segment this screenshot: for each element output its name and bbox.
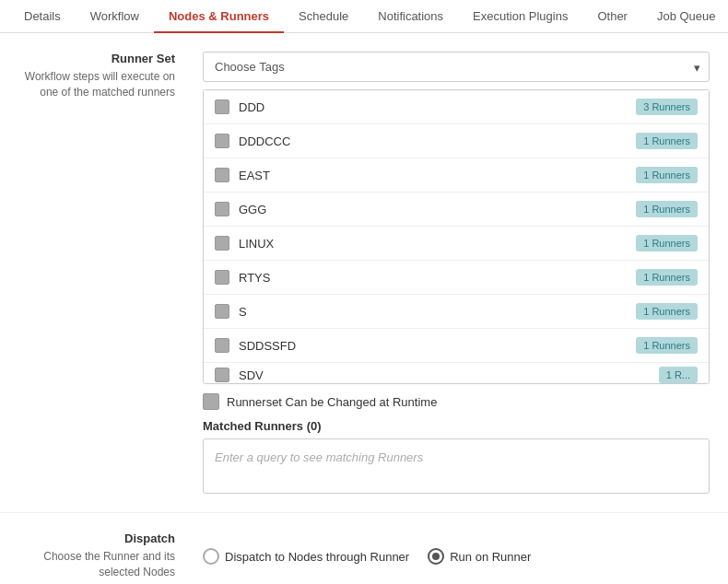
tab-job-queue[interactable]: Job Queue bbox=[642, 0, 728, 32]
runner-checkbox[interactable] bbox=[215, 168, 229, 182]
runner-count-badge: 1 Runners bbox=[636, 235, 698, 251]
runnerset-check-row: Runnerset Can be Changed at Runtime bbox=[203, 393, 710, 410]
runner-name: SDDSSFD bbox=[239, 339, 636, 353]
runner-set-label-area: Runner Set Workflow steps will execute o… bbox=[18, 52, 184, 494]
dispatch-label-area: Dispatch Choose the Runner and its selec… bbox=[18, 531, 184, 580]
run-on-runner-label: Run on Runner bbox=[450, 550, 531, 564]
runner-checkbox[interactable] bbox=[215, 134, 229, 148]
tab-nodes-runners[interactable]: Nodes & Runners bbox=[154, 0, 284, 32]
runner-checkbox[interactable] bbox=[215, 236, 229, 251]
runner-item[interactable]: GGG 1 Runners bbox=[204, 193, 709, 227]
runner-checkbox[interactable] bbox=[215, 368, 229, 382]
runner-checkbox[interactable] bbox=[215, 304, 229, 319]
tab-bar: Details Workflow Nodes & Runners Schedul… bbox=[0, 0, 728, 33]
runner-item[interactable]: SDV 1 R... bbox=[204, 363, 709, 384]
runner-item[interactable]: LINUX 1 Runners bbox=[204, 227, 709, 261]
matched-runners-placeholder: Enter a query to see matching Runners bbox=[215, 450, 423, 464]
runner-set-content: Choose Tags ▾ DDD 3 Runners DDDCCC 1 Run… bbox=[203, 52, 710, 494]
runnerset-changeable-label: Runnerset Can be Changed at Runtime bbox=[227, 395, 437, 409]
runner-name: RTYS bbox=[239, 271, 636, 285]
run-on-runner-option[interactable]: Run on Runner bbox=[428, 548, 531, 565]
tab-execution-plugins[interactable]: Execution Plugins bbox=[458, 0, 582, 32]
runner-checkbox[interactable] bbox=[215, 270, 229, 285]
tab-workflow[interactable]: Workflow bbox=[76, 0, 154, 32]
matched-runners-title: Matched Runners (0) bbox=[203, 419, 710, 433]
runnerset-changeable-checkbox[interactable] bbox=[203, 393, 219, 410]
dispatch-section: Dispatch Choose the Runner and its selec… bbox=[0, 512, 728, 584]
runner-checkbox[interactable] bbox=[215, 338, 229, 353]
runner-count-badge: 1 R... bbox=[659, 367, 698, 383]
tab-notifications[interactable]: Notifications bbox=[363, 0, 458, 32]
runner-checkbox[interactable] bbox=[215, 202, 229, 216]
main-content: Runner Set Workflow steps will execute o… bbox=[0, 33, 728, 512]
dispatch-description: Choose the Runner and its selected Nodes bbox=[18, 549, 175, 580]
runner-list[interactable]: DDD 3 Runners DDDCCC 1 Runners EAST 1 Ru… bbox=[203, 89, 710, 384]
runner-name: GGG bbox=[239, 203, 636, 216]
tags-dropdown[interactable]: Choose Tags bbox=[203, 52, 710, 82]
runner-item[interactable]: RTYS 1 Runners bbox=[204, 261, 709, 295]
runner-count-badge: 1 Runners bbox=[636, 201, 698, 217]
runner-name: S bbox=[239, 305, 636, 319]
runner-count-badge: 1 Runners bbox=[636, 133, 698, 149]
runner-count-badge: 1 Runners bbox=[636, 167, 698, 183]
dispatch-nodes-radio[interactable] bbox=[203, 548, 219, 565]
run-on-runner-radio[interactable] bbox=[428, 548, 444, 565]
tab-details[interactable]: Details bbox=[9, 0, 76, 32]
dispatch-options: Dispatch to Nodes through Runner Run on … bbox=[203, 531, 710, 580]
runner-checkbox[interactable] bbox=[215, 99, 229, 114]
tags-dropdown-container: Choose Tags ▾ bbox=[203, 52, 710, 82]
runner-name: DDDCCC bbox=[239, 134, 636, 148]
runner-count-badge: 3 Runners bbox=[636, 99, 698, 115]
runner-set-title: Runner Set bbox=[18, 52, 175, 65]
runner-count-badge: 1 Runners bbox=[636, 303, 698, 320]
runner-count-badge: 1 Runners bbox=[636, 269, 698, 286]
matched-runners-query-box[interactable]: Enter a query to see matching Runners bbox=[203, 438, 710, 494]
tab-other[interactable]: Other bbox=[582, 0, 642, 32]
runner-name: DDD bbox=[239, 100, 636, 114]
runner-item[interactable]: DDDCCC 1 Runners bbox=[204, 124, 709, 158]
runner-item[interactable]: S 1 Runners bbox=[204, 295, 709, 329]
dispatch-title: Dispatch bbox=[18, 531, 175, 545]
runner-count-badge: 1 Runners bbox=[636, 337, 698, 354]
radio-selected-dot bbox=[432, 553, 440, 560]
runner-name: EAST bbox=[239, 169, 636, 182]
dispatch-nodes-label: Dispatch to Nodes through Runner bbox=[225, 550, 409, 564]
runner-item[interactable]: EAST 1 Runners bbox=[204, 158, 709, 193]
runner-item[interactable]: SDDSSFD 1 Runners bbox=[204, 329, 709, 363]
dispatch-nodes-option[interactable]: Dispatch to Nodes through Runner bbox=[203, 548, 409, 565]
runner-item[interactable]: DDD 3 Runners bbox=[204, 90, 709, 124]
runner-name: SDV bbox=[239, 368, 659, 382]
tab-schedule[interactable]: Schedule bbox=[284, 0, 363, 32]
runner-name: LINUX bbox=[239, 237, 636, 251]
runner-set-description: Workflow steps will execute on one of th… bbox=[18, 69, 175, 100]
